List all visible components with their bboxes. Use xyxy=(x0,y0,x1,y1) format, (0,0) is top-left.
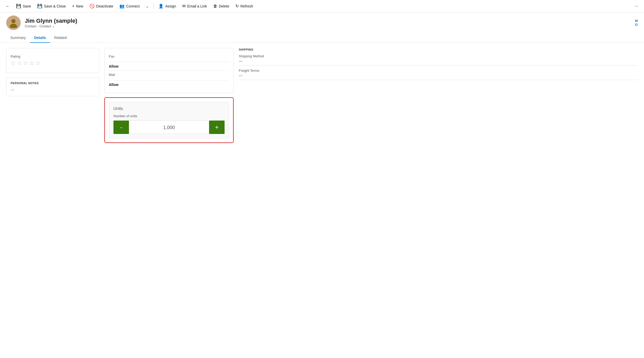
header-right: M O xyxy=(635,19,638,27)
dropdown-button[interactable]: ⌄ xyxy=(143,3,151,10)
units-card-outer: Units Number of units - 1,000 + xyxy=(104,97,234,143)
right-column: SHIPPING Shipping Method --- Freight Ter… xyxy=(239,48,638,143)
rating-field: Rating ☆ ☆ ☆ ☆ ☆ xyxy=(11,52,95,69)
svg-point-0 xyxy=(11,19,16,23)
back-icon: ← xyxy=(6,4,10,9)
contact-name: Jim Glynn (sample) xyxy=(25,18,77,24)
rating-stars[interactable]: ☆ ☆ ☆ ☆ ☆ xyxy=(11,60,95,67)
units-plus-button[interactable]: + xyxy=(209,121,225,134)
mail-field: Mail xyxy=(109,71,229,81)
star-1[interactable]: ☆ xyxy=(11,60,16,67)
save-button[interactable]: 💾 Save xyxy=(13,2,34,10)
middle-column: Fax Allow Mail Allow Units Number of uni… xyxy=(104,48,234,143)
more-button[interactable]: ⋯ xyxy=(632,3,641,10)
svg-point-1 xyxy=(10,24,17,28)
units-title: Units xyxy=(113,106,225,111)
refresh-icon: ↻ xyxy=(235,4,239,9)
new-icon: + xyxy=(72,4,74,9)
units-value: 1,000 xyxy=(129,121,209,134)
delete-icon: 🗑 xyxy=(213,4,217,9)
personal-notes-card: PERSONAL NOTES --- xyxy=(6,77,99,96)
freight-terms-label: Freight Terms xyxy=(239,69,638,73)
units-controls: - 1,000 + xyxy=(113,121,225,134)
fax-field: Fax xyxy=(109,52,229,62)
star-5[interactable]: ☆ xyxy=(35,60,41,67)
assign-icon: 👤 xyxy=(158,4,164,9)
save-icon: 💾 xyxy=(16,4,21,9)
avatar xyxy=(6,15,21,30)
assign-button[interactable]: 👤 Assign xyxy=(156,2,179,10)
fax-allow-value: Allow xyxy=(109,64,229,68)
personal-notes-title: PERSONAL NOTES xyxy=(11,82,95,85)
rating-card: Rating ☆ ☆ ☆ ☆ ☆ xyxy=(6,48,99,73)
refresh-button[interactable]: ↻ Refresh xyxy=(233,2,256,10)
shipping-method-field: Shipping Method --- xyxy=(239,54,638,66)
mail-label: Mail xyxy=(109,73,229,77)
deactivate-icon: 🚫 xyxy=(89,4,95,9)
freight-terms-field: Freight Terms --- xyxy=(239,69,638,80)
header-info: Jim Glynn (sample) Contact · Contact ⌄ xyxy=(25,18,77,28)
left-column: Rating ☆ ☆ ☆ ☆ ☆ PERSONAL NOTES --- xyxy=(6,48,99,143)
contact-type1: Contact xyxy=(25,24,36,28)
toolbar-separator xyxy=(154,3,154,9)
save-close-icon: 💾 xyxy=(37,4,42,9)
star-3[interactable]: ☆ xyxy=(23,60,28,67)
star-4[interactable]: ☆ xyxy=(29,60,34,67)
units-minus-button[interactable]: - xyxy=(113,121,129,134)
freight-terms-value: --- xyxy=(239,74,638,80)
tab-related[interactable]: Related xyxy=(50,33,71,43)
contact-separator: · xyxy=(37,24,39,28)
contact-type2[interactable]: Contact xyxy=(39,24,51,28)
deactivate-button[interactable]: 🚫 Deactivate xyxy=(87,2,116,10)
connect-button[interactable]: 👥 Connect xyxy=(117,2,142,10)
fax-allow-field: Allow xyxy=(109,62,229,71)
shipping-method-label: Shipping Method xyxy=(239,54,638,58)
mail-allow-value: Allow xyxy=(109,83,229,87)
tabs: Summary Details Related xyxy=(0,33,644,43)
star-2[interactable]: ☆ xyxy=(17,60,22,67)
mail-allow-field: Allow xyxy=(109,81,229,89)
shipping-method-value: --- xyxy=(239,59,638,66)
shipping-title: SHIPPING xyxy=(239,48,638,51)
units-card-inner: Units Number of units - 1,000 + xyxy=(109,102,229,138)
contact-header: Jim Glynn (sample) Contact · Contact ⌄ M… xyxy=(0,12,644,33)
contact-details-card: Fax Allow Mail Allow xyxy=(104,48,234,93)
tab-details[interactable]: Details xyxy=(30,33,50,43)
toolbar: ← 💾 Save 💾 Save & Close + New 🚫 Deactiva… xyxy=(0,0,644,12)
email-link-button[interactable]: ✉ Email a Link xyxy=(180,2,209,10)
email-icon: ✉ xyxy=(182,4,186,9)
save-close-button[interactable]: 💾 Save & Close xyxy=(35,2,68,10)
rating-label: Rating xyxy=(11,54,95,58)
tab-summary[interactable]: Summary xyxy=(6,33,30,43)
units-field-label: Number of units xyxy=(113,114,225,118)
contact-subtitle: Contact · Contact ⌄ xyxy=(25,24,77,28)
delete-button[interactable]: 🗑 Delete xyxy=(211,2,232,10)
personal-notes-value: --- xyxy=(11,88,95,92)
contact-type-dropdown-icon[interactable]: ⌄ xyxy=(52,24,55,28)
new-button[interactable]: + New xyxy=(70,2,86,10)
fax-label: Fax xyxy=(109,54,229,58)
back-button[interactable]: ← xyxy=(3,2,12,10)
shipping-section: SHIPPING Shipping Method --- Freight Ter… xyxy=(239,48,638,83)
connect-icon: 👥 xyxy=(119,4,125,9)
main-content: Rating ☆ ☆ ☆ ☆ ☆ PERSONAL NOTES --- Fax xyxy=(0,43,644,148)
